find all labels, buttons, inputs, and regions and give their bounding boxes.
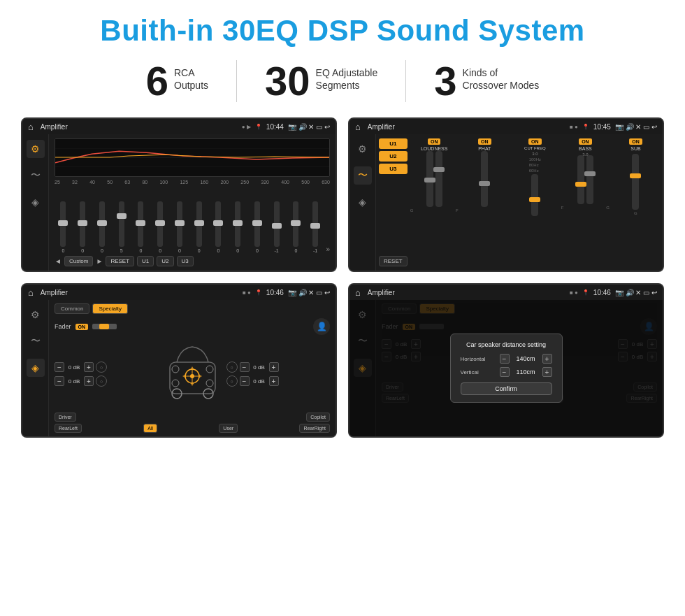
db-plus-3[interactable]: + [269,362,279,372]
cutfreq-slider[interactable] [531,174,538,216]
eq-slider-7[interactable]: 0 [171,201,189,253]
eq-slider-6[interactable]: 0 [152,201,169,253]
more-icon[interactable]: » [326,245,331,253]
eq-slider-13[interactable]: 0 [287,201,305,253]
db-plus-2[interactable]: + [84,376,94,386]
eq-slider-1[interactable]: 0 [55,201,72,253]
eq-slider-9[interactable]: 0 [210,201,227,253]
home-icon-2[interactable]: ⌂ [355,122,361,132]
speaker-circle-2: ○ [96,375,107,387]
db-plus-1[interactable]: + [84,362,94,372]
u1-btn[interactable]: U1 [137,256,154,266]
stat-crossover: 3 Kinds of Crossover Modes [406,61,567,101]
screen-crossover: ⌂ Amplifier ■ ● 📍 10:45 📷 🔊 ✕ ▭ ↩ ⚙ 〜 ◈ … [348,117,664,272]
custom-preset-btn[interactable]: Custom [64,256,94,266]
u2-btn[interactable]: U2 [157,256,173,266]
loudness-slider-l[interactable] [426,151,433,207]
loudness-slider-r[interactable] [435,151,442,207]
sub-on[interactable]: ON [629,138,642,145]
phat-section: ON PHAT [461,138,509,266]
eq-slider-11[interactable]: 0 [249,201,266,253]
db-row-1: − 0 dB + ○ [55,361,159,373]
bass-slider-l[interactable] [577,155,584,204]
bass-on[interactable]: ON [579,138,592,145]
speaker-nav-icon-2[interactable]: ◈ [354,193,372,211]
screen1-time: 10:44 [266,123,284,131]
driver-btn[interactable]: Driver [55,413,76,422]
rearleft-btn[interactable]: RearLeft [55,424,82,433]
svg-marker-17 [182,374,186,378]
user-btn[interactable]: User [219,424,238,433]
copilot-btn[interactable]: Copilot [306,413,330,422]
horizontal-plus-btn[interactable]: + [542,354,552,364]
speaker-nav-icon[interactable]: ◈ [27,193,45,211]
u1-preset[interactable]: U1 [379,138,408,149]
db-minus-3[interactable]: − [240,362,250,372]
eq-slider-8[interactable]: 0 [190,201,208,253]
car-diagram [163,343,222,406]
phat-label: PHAT [478,146,491,151]
side-nav-1: ⚙ 〜 ◈ [22,134,49,271]
user-avatar-icon[interactable]: 👤 [313,318,330,335]
stats-row: 6 RCA Outputs 30 EQ Adjustable Segments … [21,60,664,102]
home-icon-4[interactable]: ⌂ [355,287,361,298]
screen-fader: ⌂ Amplifier ■ ● 📍 10:46 📷 🔊 ✕ ▭ ↩ ⚙ 〜 ◈ … [21,283,337,438]
db-plus-4[interactable]: + [269,376,279,386]
home-icon-3[interactable]: ⌂ [28,287,34,298]
eq-slider-10[interactable]: 0 [229,201,247,253]
cutfreq-on[interactable]: ON [528,138,542,145]
eq-slider-14[interactable]: -1 [307,201,324,253]
tab-common[interactable]: Common [55,303,89,314]
phat-on[interactable]: ON [478,138,491,145]
prev-preset-btn[interactable]: ◄ [55,257,62,265]
eq-slider-12[interactable]: -1 [268,201,285,253]
db-minus-1[interactable]: − [55,362,64,372]
db-minus-2[interactable]: − [55,376,64,386]
bass-slider-r[interactable] [586,155,593,204]
stat-rca-number: 6 [146,61,168,101]
eq-slider-4[interactable]: 5 [113,201,130,253]
screen3-title: Amplifier [41,289,238,296]
eq-nav-icon[interactable]: ⚙ [27,140,45,158]
wave-nav-icon-2[interactable]: 〜 [354,166,372,185]
next-preset-btn[interactable]: ► [96,257,103,265]
eq-sliders: 0 0 0 5 [55,189,330,253]
eq-bottom-bar: ◄ Custom ► RESET U1 U2 U3 [55,256,330,266]
eq-slider-5[interactable]: 0 [132,201,150,253]
wave-nav-icon-3[interactable]: 〜 [27,332,45,350]
db-minus-4[interactable]: − [240,376,250,386]
db-left-col: − 0 dB + ○ − 0 dB + ○ [55,361,159,387]
status-icons-4: 📷 🔊 ✕ ▭ ↩ [615,289,657,296]
stat-rca: 6 RCA Outputs [118,61,236,101]
tab-specialty[interactable]: Specialty [92,303,127,314]
reset-btn-1[interactable]: RESET [106,256,134,266]
eq-nav-icon-2[interactable]: ⚙ [354,140,372,158]
phat-slider[interactable] [481,151,488,207]
wave-nav-icon[interactable]: 〜 [27,166,45,185]
all-btn[interactable]: All [143,424,157,433]
reset-btn-2[interactable]: RESET [379,256,408,266]
fader-slider[interactable] [92,324,117,329]
u2-preset[interactable]: U2 [379,151,408,162]
db-right-col: ○ − 0 dB + ○ − 0 dB + [226,361,331,387]
loudness-on[interactable]: ON [428,138,441,145]
confirm-button[interactable]: Confirm [461,382,552,395]
vertical-row: Vertical − 110cm + [461,367,552,377]
loudness-section: ON LOUDNESS GF [410,138,459,266]
fader-on-badge[interactable]: ON [75,324,89,330]
home-icon[interactable]: ⌂ [28,122,34,132]
sub-slider[interactable] [632,154,639,210]
u3-preset[interactable]: U3 [379,164,408,174]
eq-slider-2[interactable]: 0 [74,201,92,253]
rearright-btn[interactable]: RearRight [299,424,330,433]
eq-slider-3[interactable]: 0 [94,201,111,253]
horizontal-minus-btn[interactable]: − [500,354,510,364]
eq-nav-icon-3[interactable]: ⚙ [27,306,45,324]
main-title: Buith-in 30EQ DSP Sound System [21,14,664,48]
screen3-time: 10:46 [266,289,284,296]
u3-btn[interactable]: U3 [177,256,194,266]
vertical-plus-btn[interactable]: + [542,367,552,377]
vertical-minus-btn[interactable]: − [500,367,510,377]
screen-dialog: ⌂ Amplifier ■ ● 📍 10:46 📷 🔊 ✕ ▭ ↩ ⚙ 〜 ◈ … [348,283,664,438]
speaker-nav-icon-3[interactable]: ◈ [27,359,45,377]
